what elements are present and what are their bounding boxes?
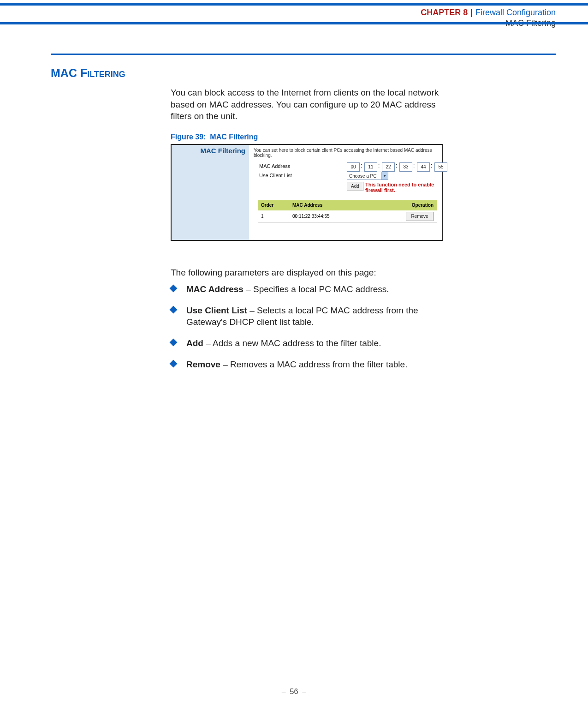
mac-colon: : (431, 162, 432, 169)
firewall-warning: This function need to enable firewall fi… (365, 182, 442, 193)
params-lead: The following parameters are displayed o… (171, 267, 443, 279)
mac-octet-6[interactable]: 55 (434, 162, 447, 172)
client-list-select-value: Choose a PC (349, 174, 376, 179)
list-item: Remove – Removes a MAC address from the … (171, 359, 443, 371)
screenshot-side-title: MAC Filtering (172, 147, 249, 155)
diamond-icon (170, 306, 178, 313)
figure-screenshot: MAC Filtering You can set here to block … (171, 144, 443, 241)
page-number: – 56 – (0, 688, 588, 696)
bullet-term: Use Client List (186, 306, 247, 315)
mac-colon: : (396, 162, 397, 169)
mac-octet-4[interactable]: 33 (399, 162, 412, 172)
page-header: CHAPTER 8|Firewall Configuration MAC Fil… (421, 7, 556, 28)
section-rule (51, 54, 556, 55)
section-title-word1: MAC (51, 66, 77, 79)
diamond-icon (170, 338, 178, 346)
bullet-term: Add (186, 338, 203, 348)
table-row: 1 00:11:22:33:44:55 Remove (258, 210, 437, 223)
th-operation: Operation (412, 200, 434, 210)
bullet-desc: – Specifies a local PC MAC address. (244, 284, 389, 294)
diamond-icon (170, 359, 178, 367)
chapter-title: Firewall Configuration (475, 8, 556, 17)
remove-button[interactable]: Remove (406, 212, 434, 221)
screenshot-description: You can set here to block certain client… (254, 148, 442, 158)
mac-colon: : (378, 162, 380, 169)
figure-caption: Figure 39: MAC Filtering (171, 133, 258, 141)
list-item: Use Client List – Selects a local PC MAC… (171, 305, 443, 328)
bullet-desc: – Removes a MAC address from the filter … (220, 359, 408, 369)
header-separator: | (468, 8, 475, 17)
bullet-term: Remove (186, 359, 220, 369)
header-rule-bottom (0, 22, 588, 24)
add-button[interactable]: Add (347, 182, 363, 191)
filter-table-header: Order MAC Address Operation (258, 200, 437, 210)
mac-octet-2[interactable]: 11 (364, 162, 377, 172)
list-item: Add – Adds a new MAC address to the filt… (171, 337, 443, 349)
td-order: 1 (261, 210, 289, 222)
intro-paragraph: You can block access to the Internet fro… (171, 87, 443, 122)
mac-octet-3[interactable]: 22 (382, 162, 395, 172)
list-item: MAC Address – Specifies a local PC MAC a… (171, 283, 443, 295)
chapter-label: CHAPTER 8 (421, 8, 468, 17)
mac-address-label: MAC Address (259, 163, 290, 169)
th-mac: MAC Address (292, 200, 398, 210)
client-list-select[interactable]: Choose a PC ▾ (347, 172, 388, 180)
mac-colon: : (361, 162, 362, 169)
page: CHAPTER 8|Firewall Configuration MAC Fil… (0, 0, 588, 707)
chevron-down-icon: ▾ (381, 172, 388, 180)
diamond-icon (170, 285, 178, 293)
th-order: Order (261, 200, 289, 210)
section-title-word2: Filtering (80, 66, 125, 79)
bullet-desc: – Adds a new MAC address to the filter t… (203, 338, 381, 348)
client-list-label: Use Client List (259, 173, 292, 178)
section-title: MAC Filtering (51, 66, 125, 80)
screenshot-sidebar (172, 145, 249, 240)
mac-colon: : (413, 162, 415, 169)
td-mac: 00:11:22:33:44:55 (292, 210, 398, 222)
mac-octet-1[interactable]: 00 (347, 162, 360, 172)
mac-octet-5[interactable]: 44 (417, 162, 430, 172)
bullet-list: MAC Address – Specifies a local PC MAC a… (171, 283, 443, 379)
header-rule-top (0, 3, 588, 6)
bullet-term: MAC Address (186, 284, 244, 294)
